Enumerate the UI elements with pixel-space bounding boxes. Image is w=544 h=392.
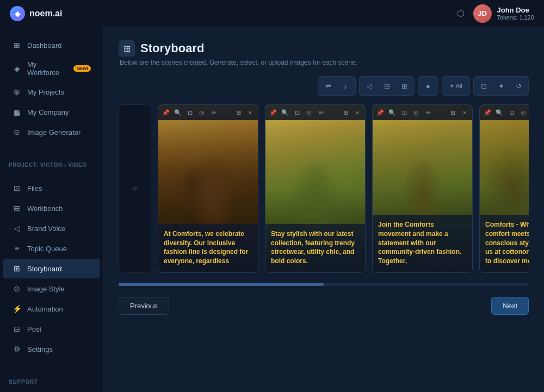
sidebar-label-workbench: Workbench [27, 204, 63, 213]
toolbar-btn-refresh[interactable]: ↺ [510, 78, 527, 94]
scene-card-3: 📌 🔍 ⊡ ◎ ✏ ⊞ × Join the Comforts movement… [372, 104, 473, 273]
scene-2-pin-btn[interactable]: 📌 [268, 107, 279, 118]
toolbar-btn-subtitle[interactable]: ⊟ [379, 78, 395, 94]
scroll-thumb[interactable] [119, 283, 324, 286]
support-nav: ⊠ Purchase ⊡ Suggestions [0, 387, 103, 392]
scene-4-pin-btn[interactable]: 📌 [482, 107, 493, 118]
sidebar-item-workbench[interactable]: ⊟ Workbench [3, 198, 100, 218]
toolbar-group-3: ● [418, 76, 438, 96]
scene-1-close-btn[interactable]: × [245, 107, 256, 118]
scene-4-layers-btn[interactable]: ◎ [518, 107, 529, 118]
main-content: ⊞ Storyboard Below are the scenes create… [103, 0, 544, 392]
sidebar-item-files[interactable]: ⊡ Files [3, 178, 100, 198]
topbar-user[interactable]: JD John Doe Tokens: 1,120 [473, 4, 535, 23]
sidebar-label-topic-queue: Topic Queue [27, 245, 67, 253]
scene-3-toolbar: 📌 🔍 ⊡ ◎ ✏ ⊞ × [373, 105, 472, 120]
scene-1-zoom-btn[interactable]: 🔍 [172, 107, 183, 118]
scene-2-edit-btn[interactable]: ✏ [316, 107, 326, 118]
project-nav: ⊡ Files ⊟ Workbench ◁ Brand Voice ≡ Topi… [0, 170, 103, 364]
user-avatar: JD [473, 4, 492, 23]
scene-card-2: 📌 🔍 ⊡ ◎ ✏ ⊞ × Stay stylish with our late… [265, 104, 366, 273]
support-section-title: SUPPORT [0, 372, 103, 387]
sidebar-label-storyboard: Storyboard [27, 265, 62, 273]
scene-2-folder-btn[interactable]: ⊡ [292, 107, 302, 118]
workbench-icon: ⊟ [12, 203, 22, 213]
page-subtitle: Below are the scenes created. Generate, … [120, 59, 529, 66]
sidebar-label-files: Files [27, 184, 42, 192]
previous-button[interactable]: Previous [119, 297, 169, 315]
scene-2-zoom-btn[interactable]: 🔍 [280, 107, 290, 118]
sidebar-item-image-generator[interactable]: ⊙ Image Generator [3, 122, 100, 142]
post-icon: ⊟ [12, 324, 22, 334]
scene-3-close-btn[interactable]: × [459, 107, 470, 118]
scene-2-add-btn[interactable]: ⊞ [340, 107, 351, 118]
scene-1-edit-btn[interactable]: ✏ [208, 107, 219, 118]
scene-3-zoom-btn[interactable]: 🔍 [387, 107, 398, 118]
scene-1-folder-btn[interactable]: ⊡ [184, 107, 195, 118]
scene-4-toolbar: 📌 🔍 ⊡ ◎ ✏ [480, 105, 529, 120]
scene-1-add-btn[interactable]: ⊞ [233, 107, 244, 118]
sidebar-label-my-projects: My Projects [27, 88, 64, 96]
scroll-track[interactable] [119, 283, 529, 286]
company-icon: ▦ [12, 107, 22, 117]
sidebar-label-my-company: My Company [27, 108, 69, 116]
sidebar-item-my-projects[interactable]: ⊕ My Projects [3, 82, 100, 102]
storyboard-icon: ⊞ [12, 264, 22, 273]
scene-4-folder-btn[interactable]: ⊡ [506, 107, 517, 118]
scene-1-layers-btn[interactable]: ◎ [196, 107, 207, 118]
sidebar: ⊞ Dashboard ◈ My Workforce New! ⊕ My Pro… [0, 0, 103, 392]
toolbar-group-1: ⇌ ♪ [318, 76, 356, 96]
sidebar-label-my-workforce: My Workforce [27, 60, 67, 77]
sidebar-item-brand-voice[interactable]: ◁ Brand Voice [3, 219, 100, 238]
dashboard-icon: ⊞ [12, 40, 22, 50]
workforce-icon: ◈ [12, 64, 22, 73]
scene-3-pin-btn[interactable]: 📌 [375, 107, 386, 118]
page-title: Storyboard [140, 41, 204, 55]
image-generator-icon: ⊙ [12, 127, 22, 137]
user-name: John Doe [497, 6, 535, 14]
scene-3-layers-btn[interactable]: ◎ [411, 107, 422, 118]
sidebar-item-my-company[interactable]: ▦ My Company [3, 102, 100, 122]
toolbar-btn-link[interactable]: ⇌ [320, 78, 336, 94]
scenes-scroll-container: + 📌 🔍 ⊡ ◎ ✏ ⊞ × At Comforts, w [119, 104, 529, 276]
scenes-row: + 📌 🔍 ⊡ ◎ ✏ ⊞ × At Comforts, w [119, 104, 529, 276]
sidebar-item-my-workforce[interactable]: ◈ My Workforce New! [3, 55, 100, 82]
external-link-icon[interactable]: ⬡ [457, 8, 465, 18]
toolbar-group-4: ✦ All [442, 76, 470, 96]
toolbar-btn-star[interactable]: ✦ [493, 78, 509, 94]
sidebar-item-topic-queue[interactable]: ≡ Topic Queue [3, 239, 100, 258]
sidebar-label-dashboard: Dashboard [27, 41, 62, 49]
storyboard-toolbar: ⇌ ♪ ◁ ⊟ ⊞ ● ✦ All ⊡ ✦ ↺ [119, 76, 529, 96]
sidebar-label-image-style: Image Style [27, 285, 65, 293]
files-icon: ⊡ [12, 183, 22, 193]
sidebar-item-storyboard[interactable]: ⊞ Storyboard [3, 259, 100, 278]
sidebar-label-post: Post [27, 325, 41, 333]
next-button[interactable]: Next [491, 297, 529, 315]
scene-3-folder-btn[interactable]: ⊡ [399, 107, 410, 118]
scene-card-empty: + [119, 104, 151, 273]
scene-2-caption: Stay stylish with our latest collection,… [265, 224, 365, 272]
sidebar-item-image-style[interactable]: ⊙ Image Style [3, 279, 100, 298]
toolbar-btn-all[interactable]: ✦ All [444, 78, 468, 94]
topbar-actions: ⬡ JD John Doe Tokens: 1,120 [457, 4, 535, 23]
scene-2-toolbar: 📌 🔍 ⊡ ◎ ✏ ⊞ × [265, 105, 365, 120]
toolbar-btn-music[interactable]: ♪ [337, 78, 354, 94]
project-title: PROJECT: VICTOR - VIDEO [0, 155, 103, 170]
scene-2-layers-btn[interactable]: ◎ [304, 107, 314, 118]
scene-4-zoom-btn[interactable]: 🔍 [494, 107, 505, 118]
scene-1-pin-btn[interactable]: 📌 [160, 107, 171, 118]
scene-2-close-btn[interactable]: × [352, 107, 363, 118]
toolbar-btn-copy[interactable]: ⊞ [396, 78, 412, 94]
new-badge: New! [73, 65, 91, 72]
scene-1-caption: At Comforts, we celebrate diversity. Our… [158, 224, 258, 272]
toolbar-btn-voice[interactable]: ◁ [361, 78, 378, 94]
sidebar-item-automation[interactable]: ⚡ Automation [3, 299, 100, 319]
sidebar-item-settings[interactable]: ⚙ Settings [3, 339, 100, 359]
scene-3-add-btn[interactable]: ⊞ [447, 107, 458, 118]
toolbar-btn-dot[interactable]: ● [420, 78, 436, 94]
logo-icon: ◆ [15, 9, 21, 18]
sidebar-item-post[interactable]: ⊟ Post [3, 319, 100, 339]
sidebar-item-dashboard[interactable]: ⊞ Dashboard [3, 35, 100, 55]
toolbar-btn-save[interactable]: ⊡ [475, 78, 492, 94]
scene-3-edit-btn[interactable]: ✏ [423, 107, 434, 118]
